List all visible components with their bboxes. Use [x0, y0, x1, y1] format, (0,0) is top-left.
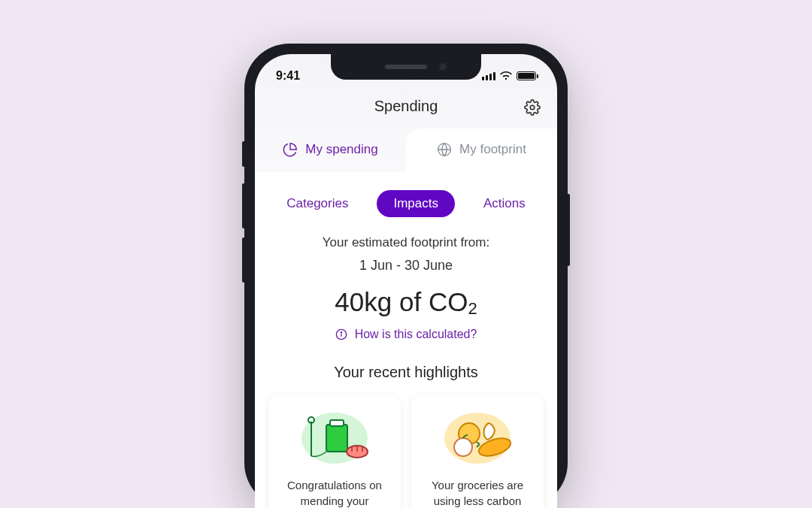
- footprint-amount: 40kg of CO2: [268, 287, 544, 317]
- battery-icon: [517, 71, 536, 80]
- highlight-card[interactable]: Congratulations on mending your: [268, 395, 401, 508]
- how-calculated-link[interactable]: How is this calculated?: [268, 328, 544, 341]
- highlight-cards: Congratulations on mending your: [268, 395, 544, 508]
- content-area: Categories Impacts Actions Your estimate…: [255, 172, 557, 508]
- tab-my-footprint[interactable]: My footprint: [406, 129, 557, 172]
- footprint-date-range: 1 Jun - 30 June: [268, 258, 544, 274]
- pill-actions[interactable]: Actions: [471, 190, 538, 217]
- pie-chart-icon: [283, 142, 298, 157]
- sewing-illustration: [279, 408, 390, 467]
- cellular-icon: [482, 71, 495, 80]
- pill-categories[interactable]: Categories: [274, 190, 360, 217]
- info-icon: [335, 328, 347, 340]
- footprint-intro: Your estimated footprint from:: [268, 235, 544, 250]
- volume-up-button: [242, 183, 245, 228]
- tab-label: My spending: [305, 142, 377, 157]
- wifi-icon: [500, 71, 512, 80]
- primary-tabs: My spending My footprint: [255, 129, 557, 172]
- highlight-card[interactable]: Your groceries are using less carbon: [411, 395, 544, 508]
- groceries-illustration: [422, 408, 533, 467]
- tab-label: My footprint: [459, 142, 526, 157]
- phone-screen: 9:41 Spending My spending: [255, 54, 557, 508]
- highlight-card-text: Congratulations on mending your: [279, 477, 390, 508]
- page-title: Spending: [374, 98, 438, 115]
- highlight-card-text: Your groceries are using less carbon: [422, 477, 533, 508]
- phone-notch: [331, 54, 481, 80]
- tab-my-spending[interactable]: My spending: [255, 129, 406, 172]
- pill-impacts[interactable]: Impacts: [377, 190, 455, 217]
- svg-point-0: [530, 105, 535, 110]
- svg-point-4: [341, 332, 341, 333]
- status-time: 9:41: [276, 69, 300, 83]
- page-header: Spending: [255, 87, 557, 129]
- settings-icon[interactable]: [524, 99, 541, 116]
- phone-frame: 9:41 Spending My spending: [244, 44, 568, 508]
- side-button: [242, 141, 245, 167]
- footprint-summary: Your estimated footprint from: 1 Jun - 3…: [268, 235, 544, 341]
- svg-rect-7: [330, 420, 344, 426]
- volume-down-button: [242, 237, 245, 283]
- power-button: [567, 194, 570, 266]
- highlights-title: Your recent highlights: [268, 364, 544, 381]
- how-calculated-text: How is this calculated?: [355, 328, 477, 341]
- svg-point-17: [454, 438, 472, 456]
- filter-pills: Categories Impacts Actions: [268, 186, 544, 235]
- svg-rect-6: [326, 425, 347, 452]
- globe-icon: [437, 142, 452, 157]
